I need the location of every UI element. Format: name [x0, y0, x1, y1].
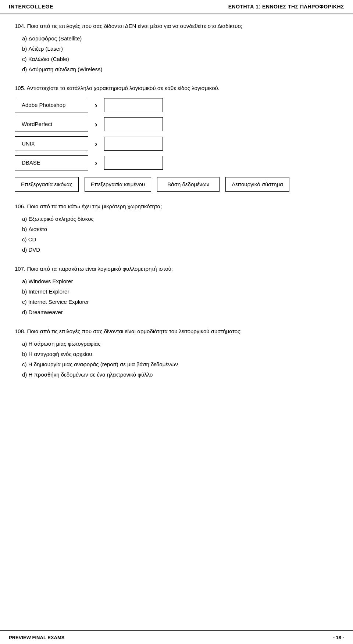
match-row-4: DBASE › — [15, 155, 338, 170]
list-item: b) Η αντιγραφή ενός αρχείου — [22, 350, 338, 359]
question-108: 108. Ποια από τις επιλογές που σας δίνον… — [15, 327, 338, 379]
option-label: c) — [22, 299, 27, 305]
match-left-2: WordPerfect — [15, 117, 88, 132]
question-107-number: 107. — [15, 266, 25, 272]
page-header: INTERCOLLEGE ΕΝΟΤΗΤΑ 1: ΕΝΝΟΙΕΣ ΤΗΣ ΠΛΗΡ… — [0, 0, 353, 14]
answer-option-4: Λειτουργικό σύστημα — [225, 177, 289, 192]
question-105-body: Αντιστοιχίστε το κατάλληλο χαρακτηρισμό … — [27, 85, 220, 91]
option-text: Λέιζερ (Laser) — [29, 46, 63, 52]
option-text: Εξωτερικό σκληρός δίσκος — [29, 216, 94, 222]
arrow-1: › — [95, 100, 97, 111]
question-106: 106. Ποιο από τα πιο κάτω έχει την μικρό… — [15, 202, 338, 254]
match-blank-1[interactable] — [104, 98, 163, 112]
question-106-text: 106. Ποιο από τα πιο κάτω έχει την μικρό… — [15, 202, 338, 211]
footer-left: PREVIEW FINAL EXAMS — [9, 634, 64, 641]
arrow-4: › — [95, 157, 97, 168]
list-item: d) Ασύρματη σύνδεση (Wireless) — [22, 65, 338, 74]
option-text: CD — [28, 236, 36, 242]
option-text: Internet Explorer — [29, 288, 69, 295]
question-107: 107. Ποιο από τα παρακάτω είναι λογισμικ… — [15, 265, 338, 317]
option-text: Ασύρματη σύνδεση (Wireless) — [29, 66, 103, 72]
question-106-options: a) Εξωτερικό σκληρός δίσκος b) Δισκέτα c… — [22, 215, 338, 254]
option-text: Δισκέτα — [29, 226, 47, 232]
option-text: Windows Explorer — [29, 278, 73, 284]
match-blank-4[interactable] — [104, 156, 163, 170]
option-label: a) — [22, 278, 27, 284]
question-104-options: a) Δορυφόρος (Satellite) b) Λέιζερ (Lase… — [22, 34, 338, 74]
option-text: Dreamweaver — [29, 309, 63, 315]
option-label: a) — [22, 35, 27, 42]
header-right: ΕΝΟΤΗΤΑ 1: ΕΝΝΟΙΕΣ ΤΗΣ ΠΛΗΡΟΦΟΡΙΚΗΣ — [228, 3, 344, 11]
list-item: b) Δισκέτα — [22, 225, 338, 234]
option-text: Η σάρωση μιας φωτογραφίας — [29, 341, 101, 347]
match-row-2: WordPerfect › — [15, 117, 338, 132]
option-label: a) — [22, 216, 27, 222]
answer-option-3: Βάση δεδομένων — [157, 177, 220, 192]
main-content: 104. Ποια από τις επιλογές που σας δίδον… — [0, 14, 353, 411]
option-label: d) — [22, 371, 27, 378]
match-blank-3[interactable] — [104, 137, 163, 151]
match-blank-2[interactable] — [104, 117, 163, 131]
match-left-4: DBASE — [15, 155, 88, 170]
header-left: INTERCOLLEGE — [9, 3, 54, 11]
list-item: d) Η προσθήκη δεδομένων σε ένα ηλεκτρονι… — [22, 370, 338, 379]
list-item: a) Εξωτερικό σκληρός δίσκος — [22, 215, 338, 223]
option-label: d) — [22, 309, 27, 315]
question-108-body: Ποια από τις επιλογές που σας δίνονται ε… — [27, 328, 242, 334]
answer-option-1: Επεξεργασία εικόνας — [15, 177, 79, 192]
list-item: c) Internet Service Explorer — [22, 298, 338, 306]
question-104: 104. Ποια από τις επιλογές που σας δίδον… — [15, 22, 338, 74]
list-item: d) Dreamweaver — [22, 308, 338, 317]
footer-right: - 18 - — [333, 634, 344, 641]
option-label: d) — [22, 247, 27, 253]
option-label: a) — [22, 341, 27, 347]
question-104-body: Ποια από τις επιλογές που σας δίδονται Δ… — [27, 23, 242, 29]
option-label: b) — [22, 46, 27, 52]
match-answer-options: Επεξεργασία εικόνας Επεξεργασία κειμένου… — [15, 177, 338, 192]
question-106-number: 106. — [15, 203, 25, 209]
match-row-3: UNIX › — [15, 136, 338, 151]
question-107-text: 107. Ποιο από τα παρακάτω είναι λογισμικ… — [15, 265, 338, 273]
list-item: c) CD — [22, 235, 338, 244]
list-item: b) Internet Explorer — [22, 287, 338, 296]
option-label: d) — [22, 66, 27, 72]
option-text: Internet Service Explorer — [28, 299, 89, 305]
list-item: a) Windows Explorer — [22, 277, 338, 286]
question-104-number: 104. — [15, 23, 25, 29]
option-text: Η αντιγραφή ενός αρχείου — [29, 351, 92, 357]
option-label: b) — [22, 288, 27, 295]
option-text: DVD — [29, 247, 40, 253]
question-107-options: a) Windows Explorer b) Internet Explorer… — [22, 277, 338, 317]
match-left-1: Adobe Photoshop — [15, 98, 88, 113]
answer-option-2: Επεξεργασία κειμένου — [85, 177, 151, 192]
arrow-3: › — [95, 138, 97, 149]
list-item: d) DVD — [22, 245, 338, 254]
option-label: c) — [22, 361, 27, 367]
question-105-text: 105. Αντιστοιχίστε το κατάλληλο χαρακτηρ… — [15, 84, 338, 93]
list-item: a) Δορυφόρος (Satellite) — [22, 34, 338, 43]
option-text: Η δημιουργία μιας αναφοράς (report) σε μ… — [28, 361, 178, 367]
question-108-number: 108. — [15, 328, 25, 334]
option-label: c) — [22, 56, 27, 62]
match-rows: Adobe Photoshop › WordPerfect › UNIX › — [15, 98, 338, 170]
option-label: b) — [22, 351, 27, 357]
question-105: 105. Αντιστοιχίστε το κατάλληλο χαρακτηρ… — [15, 84, 338, 192]
option-text: Η προσθήκη δεδομένων σε ένα ηλεκτρονικό … — [29, 371, 153, 378]
list-item: b) Λέιζερ (Laser) — [22, 44, 338, 53]
question-108-text: 108. Ποια από τις επιλογές που σας δίνον… — [15, 327, 338, 336]
match-left-3: UNIX — [15, 136, 88, 151]
list-item: c) Η δημιουργία μιας αναφοράς (report) σ… — [22, 360, 338, 369]
option-label: b) — [22, 226, 27, 232]
question-105-number: 105. — [15, 85, 25, 91]
page-footer: PREVIEW FINAL EXAMS - 18 - — [0, 630, 353, 644]
question-104-text: 104. Ποια από τις επιλογές που σας δίδον… — [15, 22, 338, 30]
option-label: c) — [22, 236, 27, 242]
match-row-1: Adobe Photoshop › — [15, 98, 338, 113]
list-item: c) Καλώδια (Cable) — [22, 55, 338, 64]
arrow-2: › — [95, 119, 97, 130]
option-text: Δορυφόρος (Satellite) — [29, 35, 82, 42]
option-text: Καλώδια (Cable) — [28, 56, 69, 62]
question-107-body: Ποιο από τα παρακάτω είναι λογισμικό φυλ… — [27, 266, 173, 272]
list-item: a) Η σάρωση μιας φωτογραφίας — [22, 339, 338, 348]
question-106-body: Ποιο από τα πιο κάτω έχει την μικρότερη … — [27, 203, 162, 209]
